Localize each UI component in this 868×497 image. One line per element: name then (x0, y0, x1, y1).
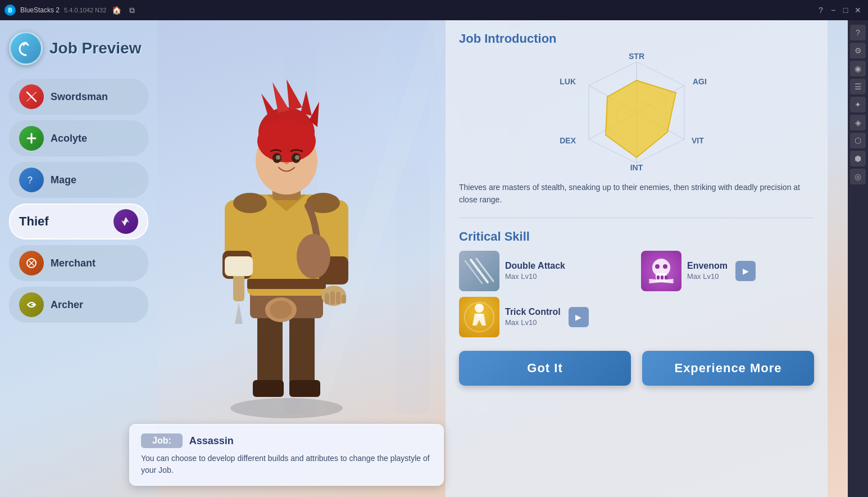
job-item-archer[interactable]: Archer (9, 287, 148, 323)
svg-point-47 (276, 155, 280, 160)
layers-btn[interactable]: ⧉ (126, 4, 138, 16)
skill-card-envenom: Envenom Max Lv10 ▶ (641, 251, 814, 291)
svg-text:DEX: DEX (560, 136, 576, 145)
svg-text:AGI: AGI (693, 77, 707, 86)
envenom-name: Envenom (687, 261, 728, 271)
critical-skill-section: Critical Skill (459, 229, 814, 337)
window-controls: ? − □ ✕ (815, 4, 864, 16)
maximize-btn[interactable]: □ (840, 4, 851, 16)
minimize-btn[interactable]: − (828, 4, 839, 16)
thief-label: Thief (19, 214, 49, 229)
svg-rect-31 (330, 291, 335, 305)
swordsman-icon (19, 84, 44, 109)
home-btn[interactable]: 🏠 (111, 4, 122, 16)
double-attack-icon (459, 251, 499, 291)
sidebar-icon-7[interactable]: ⬡ (850, 133, 866, 148)
job-item-thief[interactable]: Thief (9, 204, 148, 240)
svg-marker-41 (287, 79, 302, 110)
skill-card-trick-control: Trick Control Max Lv10 ▶ (459, 297, 814, 337)
help-btn[interactable]: ? (815, 4, 826, 16)
intro-title: Job Introduction (459, 31, 557, 46)
sidebar-icon-1[interactable]: ? (850, 25, 866, 40)
sidebar-icon-9[interactable]: ◎ (850, 169, 866, 184)
radar-chart: STR AGI VIT INT DEX LUK (547, 53, 726, 171)
svg-rect-30 (325, 293, 329, 304)
title-bar: B BlueStacks 2 5.4.0.1042 N32 🏠 ⧉ ? − □ … (0, 0, 868, 20)
app-version: 5.4.0.1042 N32 (64, 7, 106, 13)
job-item-swordsman[interactable]: Swordsman (9, 79, 148, 115)
svg-point-69 (655, 264, 660, 269)
close-btn[interactable]: ✕ (852, 4, 864, 16)
radar-container: STR AGI VIT INT DEX LUK (459, 51, 814, 174)
got-it-button[interactable]: Got It (459, 351, 631, 386)
sidebar-icon-2[interactable]: ⚙ (850, 43, 866, 58)
svg-point-34 (233, 193, 267, 213)
envenom-level: Max Lv10 (687, 272, 728, 281)
sidebar-icon-8[interactable]: ⬢ (850, 151, 866, 166)
right-panel: Job Introduction (446, 20, 828, 497)
right-sidebar: ? ⚙ ◉ ☰ ✦ ◈ ⬡ ⬢ ◎ (848, 20, 868, 497)
svg-rect-32 (336, 292, 340, 304)
trick-control-play-btn[interactable]: ▶ (569, 307, 589, 327)
action-buttons: Got It Experience More (459, 351, 814, 386)
svg-marker-40 (272, 82, 289, 113)
svg-point-49 (297, 234, 330, 279)
sidebar-icon-4[interactable]: ☰ (850, 79, 866, 94)
skills-row-1: Double Attack Max Lv10 (459, 251, 814, 291)
app-title: BlueStacks 2 (20, 6, 60, 14)
job-item-acolyte[interactable]: Acolyte (9, 120, 148, 156)
trick-control-icon (459, 297, 499, 337)
sidebar-icon-5[interactable]: ✦ (850, 97, 866, 112)
trick-control-level: Max Lv10 (505, 318, 561, 327)
bluestacks-logo: B (4, 4, 16, 16)
game-viewport: Job Preview Swordsman (0, 20, 848, 497)
job-item-mage[interactable]: ? Mage (9, 162, 148, 198)
skills-grid: Double Attack Max Lv10 (459, 251, 814, 337)
archer-label: Archer (51, 299, 83, 311)
envenom-play-btn[interactable]: ▶ (735, 261, 756, 281)
skill-card-double-attack: Double Attack Max Lv10 (459, 251, 632, 291)
info-box: Job: Assassin You can choose to develop … (129, 424, 444, 486)
svg-marker-42 (301, 91, 312, 116)
sidebar-icon-3[interactable]: ◉ (850, 61, 866, 76)
job-list: Swordsman Acolyte ? (0, 74, 157, 327)
envenom-icon (641, 251, 681, 291)
thief-badge (113, 209, 138, 234)
job-item-merchant[interactable]: Merchant (9, 245, 148, 281)
character-figure (169, 60, 405, 419)
merchant-icon (19, 251, 44, 275)
experience-more-button[interactable]: Experience More (642, 351, 814, 386)
svg-point-19 (270, 301, 292, 319)
svg-rect-50 (225, 256, 253, 276)
svg-point-12 (230, 398, 343, 418)
svg-point-76 (475, 304, 484, 313)
svg-rect-16 (289, 380, 320, 397)
svg-marker-57 (606, 80, 676, 157)
merchant-label: Merchant (51, 257, 96, 269)
job-introduction-section: Job Introduction (459, 31, 814, 206)
skills-row-2: Trick Control Max Lv10 ▶ (459, 297, 814, 337)
svg-rect-25 (233, 273, 244, 301)
svg-point-48 (295, 155, 299, 160)
acolyte-icon (19, 126, 44, 151)
svg-rect-15 (253, 380, 284, 397)
job-label-tag: Job: (141, 433, 183, 448)
svg-rect-22 (247, 279, 326, 289)
trick-control-info: Trick Control Max Lv10 (505, 307, 561, 327)
svg-rect-13 (257, 313, 283, 391)
swordsman-label: Swordsman (51, 91, 108, 103)
job-preview-icon (9, 31, 43, 65)
svg-rect-33 (342, 295, 346, 304)
character-area (124, 37, 449, 419)
svg-text:?: ? (28, 175, 33, 185)
svg-point-70 (663, 264, 667, 269)
sidebar-icon-6[interactable]: ◈ (850, 115, 866, 130)
title-bar-left: B BlueStacks 2 5.4.0.1042 N32 🏠 ⧉ (4, 4, 138, 16)
archer-icon (19, 292, 44, 317)
double-attack-info: Double Attack Max Lv10 (505, 261, 565, 281)
critical-skill-title: Critical Skill (459, 229, 814, 244)
svg-text:INT: INT (630, 163, 643, 171)
info-box-job-row: Job: Assassin (141, 433, 432, 448)
acolyte-label: Acolyte (51, 133, 87, 144)
mage-label: Mage (51, 174, 76, 186)
